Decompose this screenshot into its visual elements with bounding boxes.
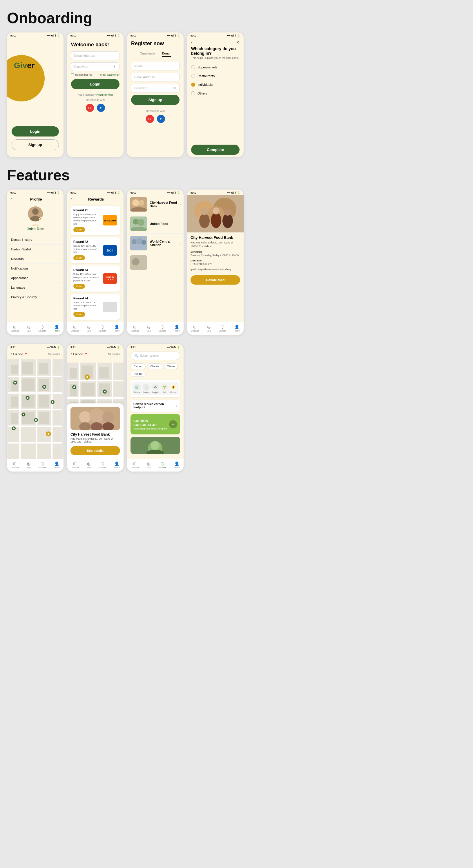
menu-carbon-wallet[interactable]: Carbon Wallet › [7, 245, 63, 254]
email-input[interactable]: Email Address [71, 51, 119, 60]
password-register-input[interactable]: Password 👁 [131, 84, 179, 92]
nav-discover-e[interactable]: ⊞ Discover [131, 461, 139, 469]
svg-point-89 [89, 408, 104, 423]
svg-point-88 [79, 411, 91, 423]
reduce-carbon-card[interactable]: How to reduce carbon footprint › [130, 400, 180, 412]
menu-donate-history[interactable]: Donate History › [7, 235, 63, 245]
tag-waste[interactable]: Waste [164, 364, 178, 369]
menu-appearance[interactable]: Appearance › [7, 273, 63, 283]
nav-discover-r[interactable]: ⊞ Discover [71, 324, 79, 332]
google-btn[interactable]: G [86, 104, 94, 112]
carbon-calc-label: CARBONCALCULATOR [134, 419, 167, 427]
category-supermarkets[interactable]: Supermarkets [191, 63, 240, 71]
category-others[interactable]: Others [191, 89, 240, 98]
detail-address: Rua Manuel Mendes Lt. 20 - Cave D1800-25… [190, 241, 240, 248]
nav-profile-r[interactable]: 👤 Profile [114, 324, 120, 332]
signup-btn[interactable]: Sign up [131, 95, 179, 105]
nav-map-d[interactable]: ◎ Map [207, 324, 211, 332]
nav-discover-d[interactable]: ⊞ Discover [191, 324, 199, 332]
nav-educate-r[interactable]: ⬡ Educate [98, 324, 106, 332]
educate-icon-e: ⬡ [161, 461, 164, 466]
nav-profile-m[interactable]: 👤 Profile [54, 461, 60, 469]
facebook-register-btn[interactable]: f [157, 115, 165, 123]
facebook-btn[interactable]: f [97, 104, 105, 112]
modal-back-btn[interactable]: ‹ [191, 40, 193, 44]
tag-carbon[interactable]: Carbon [130, 364, 146, 369]
nav-discover[interactable]: ⊞ Discover [11, 324, 19, 332]
edu-bottom-card[interactable] [130, 437, 180, 454]
password-input[interactable]: Password 👁 [71, 62, 119, 71]
profile-back-btn[interactable]: ‹ [10, 196, 12, 202]
nav-profile-d[interactable]: 👤 Profile [234, 324, 240, 332]
modal-close-btn[interactable]: ✕ [236, 40, 240, 44]
rewards-back-btn[interactable]: ‹ [70, 196, 72, 202]
menu-language[interactable]: Language › [7, 283, 63, 292]
nav-map-e[interactable]: ◎ Map [147, 461, 151, 469]
city-name: Lisbon [13, 352, 23, 356]
menu-rewards[interactable]: Rewards › [7, 254, 63, 264]
tab-donor[interactable]: Donor [162, 52, 171, 57]
nav-map-mp[interactable]: ◎ Map [87, 461, 91, 469]
name-input[interactable]: Name [131, 62, 179, 70]
nav-educate-m[interactable]: ⬡ Educate [38, 461, 46, 469]
food-item-3[interactable]: World Central Kitchen › [127, 234, 184, 253]
category-individuals[interactable]: Individuals [191, 80, 240, 89]
food-item-4[interactable]: › [127, 253, 184, 272]
google-register-btn[interactable]: G [146, 115, 154, 123]
category-restaurants[interactable]: Restaurants [191, 71, 240, 80]
claim-btn-1[interactable]: Claim [73, 227, 85, 232]
chevron-icon: › [59, 286, 59, 289]
chevron-icon: › [59, 238, 59, 241]
donate-food-btn[interactable]: Donate food [190, 275, 240, 285]
menu-privacy[interactable]: Privacy & Security › [7, 292, 63, 302]
nav-profile-f[interactable]: 👤 Profile [174, 324, 180, 332]
nav-map[interactable]: ◎ Map [27, 324, 31, 332]
features-section: Features 9:41 ▪▪▪ WiFi 🔋 ‹ Profile [7, 166, 466, 471]
map-back-btn[interactable]: ‹ [10, 351, 12, 357]
nav-discover-mp[interactable]: ⊞ Discover [71, 461, 79, 469]
nav-map-f[interactable]: ◎ Map [147, 324, 151, 332]
search-bar[interactable]: 🔍 Search a topic [130, 351, 180, 360]
nav-educate[interactable]: ⬡ Educate [38, 324, 46, 332]
svg-point-21 [201, 208, 208, 215]
tag-hunger[interactable]: Hunger [130, 371, 146, 377]
lidl-logo: lidl [103, 245, 117, 256]
radio-supermarkets [191, 65, 195, 69]
nav-educate-e[interactable]: ⬡ Educate [159, 461, 166, 469]
menu-notifications[interactable]: Notifications › [7, 264, 63, 273]
nav-discover-m[interactable]: ⊞ Discover [11, 461, 19, 469]
login-heading: Welcome back! [71, 40, 119, 51]
food-item-1[interactable]: City Harvest Food Bank › [127, 195, 184, 214]
nav-profile[interactable]: 👤 Profile [54, 324, 60, 332]
carbon-calc-card[interactable]: CARBONCALCULATOR Calculating your carbon… [130, 414, 180, 434]
tag-climate[interactable]: Climate [147, 364, 163, 369]
login-btn[interactable]: Login [71, 79, 119, 89]
register-now-link[interactable]: Register now [96, 93, 113, 96]
claim-btn-2[interactable]: Claim [73, 255, 85, 260]
svg-point-22 [211, 212, 221, 228]
nav-map-m[interactable]: ◎ Map [27, 461, 31, 469]
claim-btn-3[interactable]: Claim [73, 284, 85, 289]
login-button[interactable]: Login [11, 126, 59, 136]
forgot-link[interactable]: Forgot password? [98, 73, 119, 76]
map-popup-back-btn[interactable]: ‹ [70, 351, 72, 357]
map-icon-mp: ◎ [87, 461, 90, 466]
nav-educate-f[interactable]: ⬡ Educate [159, 324, 166, 332]
profile-icon: 👤 [54, 324, 59, 329]
claim-btn-4[interactable]: Claim [73, 312, 85, 317]
email-register-input[interactable]: Email Address [131, 73, 179, 82]
nav-discover-f[interactable]: ⊞ Discover [131, 324, 139, 332]
nav-map-r[interactable]: ◎ Map [87, 324, 91, 332]
complete-btn[interactable]: Complete [191, 145, 240, 155]
tab-organization[interactable]: Organization [140, 52, 156, 57]
nav-profile-e[interactable]: 👤 Profile [174, 461, 180, 469]
svg-rect-28 [8, 393, 62, 394]
food-item-2[interactable]: United Food › [127, 214, 184, 234]
nav-profile-mp[interactable]: 👤 Profile [114, 461, 120, 469]
signup-button[interactable]: Sign up [11, 140, 59, 150]
nav-educate-d[interactable]: ⬡ Educate [219, 324, 226, 332]
remember-checkbox[interactable] [71, 73, 74, 76]
see-details-btn[interactable]: See details [70, 446, 120, 455]
social-buttons-register: G f [131, 115, 179, 123]
nav-educate-mp[interactable]: ⬡ Educate [98, 461, 106, 469]
